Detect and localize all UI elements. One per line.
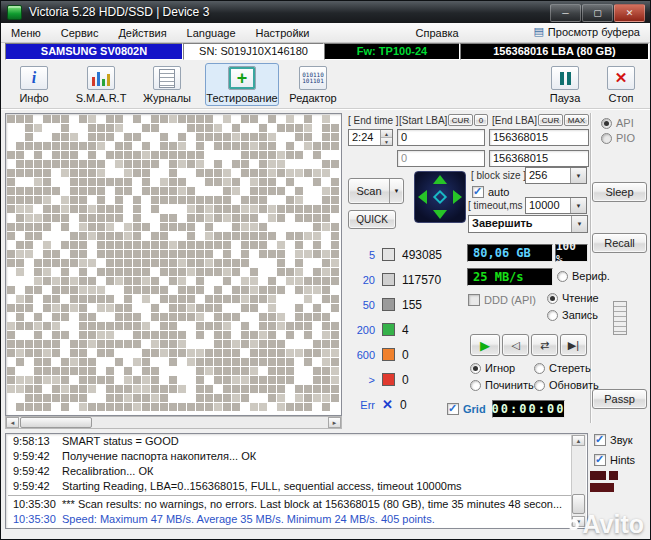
timeout-arrow-icon[interactable]: ▼ [570, 198, 586, 213]
scroll-right-icon[interactable]: ► [328, 417, 341, 428]
step-back-button[interactable]: ◁ [502, 334, 529, 356]
hints-checkbox[interactable]: Hints [594, 454, 635, 466]
toolbar-smart-button[interactable]: S.M.A.R.T [73, 63, 129, 106]
scan-button[interactable]: Scan ▼ [348, 178, 404, 204]
scan-block [259, 115, 267, 123]
current-lba-field[interactable]: 0 [397, 150, 485, 167]
toolbar-journals-button[interactable]: Журналы [139, 63, 195, 106]
refresh-radio-icon[interactable] [534, 380, 545, 391]
dpad-right-icon[interactable] [453, 190, 462, 204]
scan-dropdown-icon[interactable]: ▼ [389, 179, 403, 203]
refresh-radio[interactable]: Обновить [534, 379, 599, 391]
read-radio[interactable]: Чтение [547, 292, 599, 304]
spin-up-icon[interactable]: ▲ [381, 130, 392, 138]
pause-button[interactable]: Пауза [541, 63, 589, 106]
pio-radio-icon[interactable] [601, 133, 612, 144]
stop-button[interactable]: ✕ Стоп [597, 63, 645, 106]
menu-item-actions[interactable]: Действия [108, 25, 176, 41]
menu-item-menu[interactable]: Меню [1, 25, 51, 41]
action-arrow-icon[interactable]: ▼ [571, 216, 587, 232]
auto-checkbox[interactable]: auto [472, 186, 509, 198]
dpad-down-icon[interactable] [433, 210, 447, 219]
scan-block [97, 358, 105, 366]
toolbar-info-button[interactable]: i Инфо [9, 63, 59, 106]
spin-down-icon[interactable]: ▼ [381, 138, 392, 145]
passport-button[interactable]: Passp [592, 389, 647, 409]
ignore-radio[interactable]: Игнор [470, 362, 515, 374]
verify-radio-icon[interactable] [557, 271, 568, 282]
scan-block [52, 286, 60, 294]
erase-radio[interactable]: Стереть [534, 362, 591, 374]
titlebar[interactable]: Victoria 5.28 HDD/SSD | Device 3 ─ ▢ ✕ [1, 1, 650, 23]
block-size-select[interactable]: 256 ▼ [525, 167, 587, 184]
current-end-lba-field[interactable]: 156368015 [489, 150, 589, 167]
scan-map-hscrollbar[interactable]: ◄ ► [5, 416, 342, 429]
dpad-left-icon[interactable] [418, 190, 427, 204]
scan-block [178, 313, 186, 321]
scan-block [7, 178, 15, 186]
write-radio[interactable]: Запись [547, 309, 598, 321]
end-lba-cur-button[interactable]: CUR [538, 114, 563, 126]
start-lba-zero-button[interactable]: 0 [474, 114, 488, 126]
end-lba-input[interactable]: 156368015 [489, 129, 589, 146]
menu-item-service[interactable]: Сервис [51, 25, 109, 41]
api-radio-icon[interactable] [601, 118, 612, 129]
close-button[interactable]: ✕ [614, 4, 645, 22]
start-lba-input[interactable]: 0 [397, 129, 485, 146]
scan-block [61, 322, 69, 330]
scroll-left-icon[interactable]: ◄ [6, 417, 19, 428]
jog-dpad[interactable] [414, 171, 466, 223]
ddd-check-icon[interactable] [468, 294, 480, 306]
scan-button-label: Scan [349, 185, 389, 197]
sleep-button[interactable]: Sleep [592, 182, 647, 202]
erase-radio-icon[interactable] [534, 363, 545, 374]
scan-block [268, 331, 276, 339]
hints-check-icon[interactable] [594, 454, 606, 466]
pio-radio[interactable]: PIO [601, 132, 635, 144]
remap-radio[interactable]: Починить [470, 379, 534, 391]
toolbar-test-button[interactable]: + Тестирование [205, 63, 279, 106]
block-size-arrow-icon[interactable]: ▼ [570, 168, 586, 183]
menu-item-language[interactable]: Language [177, 25, 246, 41]
hscroll-thumb[interactable] [20, 417, 92, 428]
buffer-view-button[interactable]: ▤ Просмотр буфера [529, 24, 644, 39]
stat-row-err: Err ✕ 0 [351, 397, 407, 412]
quick-button[interactable]: QUICK [348, 210, 396, 229]
sound-check-icon[interactable] [594, 434, 606, 446]
after-scan-action-select[interactable]: Завершить ▼ [468, 215, 588, 233]
grid-check-icon[interactable] [447, 403, 459, 415]
scan-block [106, 223, 114, 231]
start-lba-cur-button[interactable]: CUR [448, 114, 473, 126]
dpad-up-icon[interactable] [433, 175, 447, 184]
end-lba-max-button[interactable]: MAX [564, 114, 589, 126]
api-radio[interactable]: API [601, 117, 634, 129]
start-test-button[interactable]: ▶ [470, 334, 500, 356]
end-time-spinner[interactable]: 2:24 ▲▼ [348, 129, 393, 146]
toolbar-editor-button[interactable]: 010110101101 Редактор [285, 63, 341, 106]
scan-block [259, 331, 267, 339]
swap-direction-button[interactable]: ⇄ [531, 334, 558, 356]
read-radio-icon[interactable] [547, 293, 558, 304]
grid-checkbox[interactable]: Grid [447, 403, 486, 415]
scan-block-map[interactable] [5, 113, 342, 416]
scan-block [187, 241, 195, 249]
panel-grip[interactable] [613, 301, 627, 335]
dpad-center-icon[interactable] [433, 190, 447, 204]
scroll-up-icon[interactable]: ▲ [572, 435, 585, 446]
sound-checkbox[interactable]: Звук [594, 434, 633, 446]
minimize-button[interactable]: ─ [550, 4, 581, 22]
verify-radio[interactable]: Вериф. [557, 270, 610, 282]
remap-radio-icon[interactable] [470, 380, 481, 391]
ignore-radio-icon[interactable] [470, 363, 481, 374]
menu-item-help[interactable]: Справка [406, 25, 469, 41]
skip-to-end-button[interactable]: ▶| [560, 334, 587, 356]
log-panel[interactable]: 9:58:13SMART status = GOOD 9:59:42Получе… [5, 433, 588, 529]
ddd-checkbox[interactable]: DDD (API) [468, 294, 536, 306]
auto-check-icon[interactable] [472, 186, 484, 198]
menu-item-settings[interactable]: Настройки [246, 25, 320, 41]
write-radio-icon[interactable] [547, 310, 558, 321]
maximize-button[interactable]: ▢ [582, 4, 613, 22]
timeout-select[interactable]: 10000 ▼ [525, 197, 587, 214]
recall-button[interactable]: Recall [592, 233, 647, 253]
scan-block [169, 124, 177, 132]
